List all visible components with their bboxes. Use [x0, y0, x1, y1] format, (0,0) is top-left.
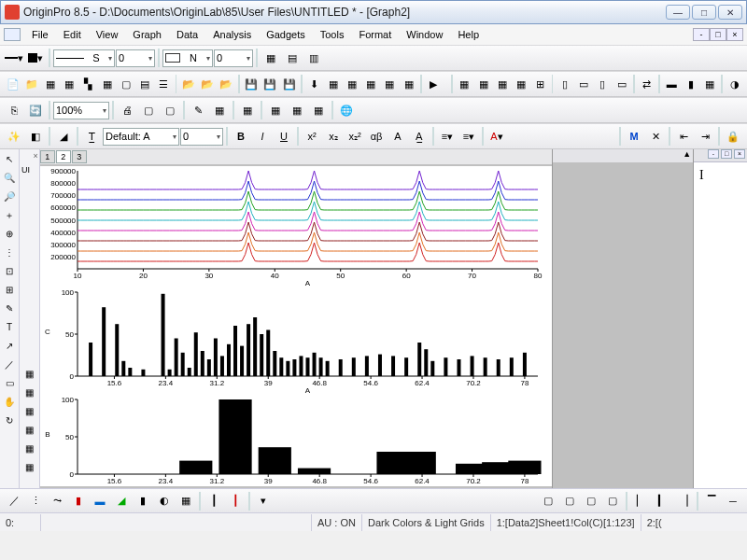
mdi-minimize-button[interactable]: -: [693, 28, 710, 41]
obj-back-icon[interactable]: ▢: [559, 491, 580, 511]
layer-align1-icon[interactable]: ▯: [556, 74, 573, 94]
menu-gadgets[interactable]: Gadgets: [259, 27, 313, 42]
greek-icon[interactable]: αβ: [366, 126, 387, 147]
import-single-icon[interactable]: ▦: [324, 74, 342, 94]
stock2-icon[interactable]: ┃: [225, 491, 246, 511]
scatter-plot-icon[interactable]: ⋮: [25, 491, 46, 511]
rescale-icon[interactable]: ▦: [456, 74, 473, 94]
subscript-icon[interactable]: x₂: [323, 126, 344, 147]
stock1-icon[interactable]: ┃: [204, 491, 224, 511]
add-layer2-icon[interactable]: ▦: [493, 74, 511, 94]
template3-icon[interactable]: ▦: [21, 403, 37, 420]
font-size-select[interactable]: 0▾: [180, 128, 223, 146]
align-top-icon[interactable]: ≡▾: [458, 126, 479, 147]
superscript-icon[interactable]: x²: [302, 126, 322, 147]
align-left-icon[interactable]: ≡▾: [437, 126, 458, 147]
bar-plot-icon[interactable]: ▬: [90, 491, 110, 511]
line-tool-icon[interactable]: ／: [1, 357, 18, 373]
add-top-icon[interactable]: ▬: [663, 74, 681, 94]
grid2-icon[interactable]: ▤: [282, 48, 303, 68]
move-left-icon[interactable]: ⇤: [673, 126, 694, 147]
fill-color-button[interactable]: ▾: [25, 48, 46, 68]
pie-plot-icon[interactable]: ◐: [154, 491, 175, 511]
unmask-icon[interactable]: ✕: [645, 126, 666, 147]
menu-tools[interactable]: Tools: [313, 27, 352, 42]
new-layout-icon[interactable]: ▢: [117, 74, 134, 94]
merge-icon[interactable]: ⊞: [530, 74, 548, 94]
commandwin-icon[interactable]: ▦: [308, 100, 329, 120]
add-inset-icon[interactable]: ▦: [700, 74, 718, 94]
line-width-select[interactable]: 0▾: [116, 49, 155, 67]
italic-icon[interactable]: I: [252, 126, 273, 147]
zoom-select[interactable]: 100%▾: [53, 102, 109, 119]
system-menu-icon[interactable]: [4, 28, 21, 41]
rect-tool-icon[interactable]: ▭: [1, 375, 18, 392]
new-workbook-icon[interactable]: ▦: [41, 74, 59, 94]
supersub-icon[interactable]: x₂²: [345, 126, 365, 147]
underline-icon[interactable]: U: [274, 126, 294, 147]
grid3-icon[interactable]: ▥: [303, 48, 324, 68]
plot-area[interactable]: 1020304050607080200000300000400000500000…: [40, 166, 552, 486]
grid1-icon[interactable]: ▦: [261, 48, 281, 68]
script-icon[interactable]: ✎: [188, 100, 208, 120]
region-data-icon[interactable]: ⊞: [1, 282, 18, 299]
command-icon[interactable]: ▦: [287, 100, 307, 120]
region-mask-icon[interactable]: ⊡: [1, 263, 18, 280]
web-icon[interactable]: 🌐: [336, 100, 357, 120]
stack-plot-icon[interactable]: ▮: [133, 491, 153, 511]
menu-file[interactable]: File: [24, 27, 56, 42]
font-inc-icon[interactable]: A: [388, 126, 408, 147]
open-template-icon[interactable]: 📂: [199, 74, 217, 94]
layer-tab-3[interactable]: 3: [72, 150, 87, 163]
antialias-icon[interactable]: ◢: [53, 126, 74, 147]
menu-data[interactable]: Data: [169, 27, 205, 42]
save-window-icon[interactable]: 💾: [280, 74, 298, 94]
recalc-icon[interactable]: ▶: [425, 74, 443, 94]
menu-format[interactable]: Format: [351, 27, 399, 42]
pan-tool-icon[interactable]: ✋: [1, 394, 18, 411]
arrow-tool-icon[interactable]: ↗: [1, 338, 18, 355]
bold-icon[interactable]: B: [231, 126, 251, 147]
template5-icon[interactable]: ▦: [21, 441, 37, 457]
swap-icon[interactable]: ⇄: [638, 74, 655, 94]
lock-icon[interactable]: 🔒: [723, 126, 743, 147]
open-excel-icon[interactable]: 📂: [218, 74, 235, 94]
text-tool-icon[interactable]: T̲: [81, 126, 102, 147]
slideshow-icon[interactable]: ▢: [138, 100, 159, 120]
area-plot-icon[interactable]: ◢: [111, 491, 132, 511]
add-layer1-icon[interactable]: ▦: [474, 74, 492, 94]
align-left2-icon[interactable]: ▏: [630, 491, 651, 511]
refresh-icon[interactable]: 🔄: [25, 100, 46, 120]
results-log-icon[interactable]: ▦: [265, 100, 286, 120]
template-menu-icon[interactable]: ▾: [253, 491, 274, 511]
zoom-in-tool-icon[interactable]: 🔍: [1, 170, 18, 187]
palette-close-icon[interactable]: ×: [21, 151, 38, 162]
move-right-icon[interactable]: ⇥: [695, 126, 715, 147]
new-folder-icon[interactable]: 📁: [22, 74, 40, 94]
font-color-icon[interactable]: A▾: [486, 126, 507, 147]
open-icon[interactable]: 📂: [179, 74, 197, 94]
new-excel-icon[interactable]: ▦: [61, 74, 78, 94]
print-icon[interactable]: 🖨: [117, 100, 137, 120]
save-icon[interactable]: 💾: [243, 74, 261, 94]
screen-reader-icon[interactable]: ＋: [1, 207, 18, 224]
minimize-button[interactable]: —: [666, 5, 690, 20]
code-builder-icon[interactable]: ▦: [209, 100, 230, 120]
layer-manager-icon[interactable]: ◑: [726, 74, 743, 94]
scroll-up-icon[interactable]: ▲: [553, 149, 693, 162]
theme-icon[interactable]: ✨: [4, 126, 24, 147]
border-width-select[interactable]: 0▾: [214, 49, 253, 67]
maximize-button[interactable]: □: [692, 5, 716, 20]
line-plot-icon[interactable]: ／: [4, 491, 24, 511]
save-template-icon[interactable]: 💾: [261, 74, 279, 94]
align-right2-icon[interactable]: ▕: [673, 491, 694, 511]
template4-icon[interactable]: ▦: [21, 422, 37, 439]
mask-icon[interactable]: M: [624, 126, 644, 147]
template2-icon[interactable]: ▦: [21, 385, 37, 401]
notes-close-icon[interactable]: ×: [734, 149, 745, 159]
layer-align3-icon[interactable]: ▯: [594, 74, 612, 94]
menu-graph[interactable]: Graph: [125, 27, 169, 42]
batch-icon[interactable]: ▦: [362, 74, 380, 94]
new-function-icon[interactable]: ☰: [155, 74, 173, 94]
new-matrix-icon[interactable]: ▦: [98, 74, 116, 94]
